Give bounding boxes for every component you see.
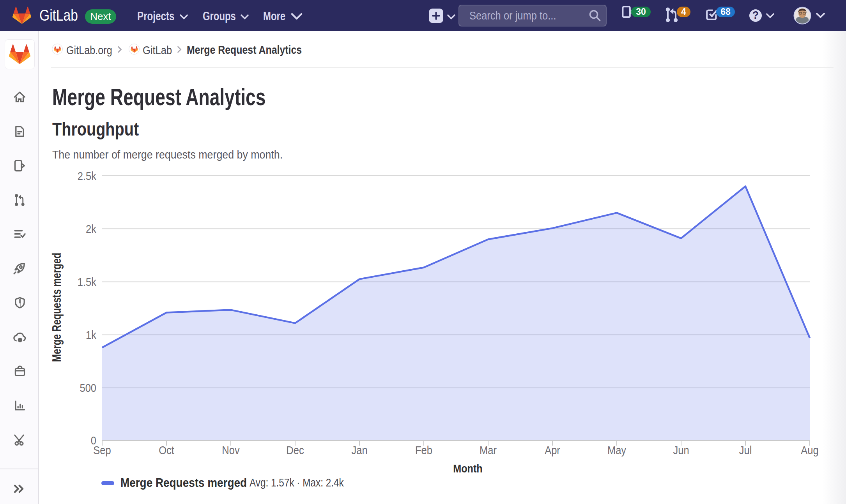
svg-text:2k: 2k: [86, 222, 96, 235]
svg-text:Jun: Jun: [673, 444, 689, 456]
svg-text:Nov: Nov: [222, 444, 240, 456]
svg-text:1k: 1k: [86, 328, 96, 341]
svg-text:Mar: Mar: [480, 444, 497, 456]
svg-text:500: 500: [80, 381, 96, 394]
svg-text:Oct: Oct: [159, 444, 174, 456]
svg-text:Sep: Sep: [93, 444, 111, 456]
svg-text:Avg: 1.57k · Max: 2.4k: Avg: 1.57k · Max: 2.4k: [250, 476, 344, 489]
svg-text:Merge Requests merged: Merge Requests merged: [50, 253, 64, 362]
svg-text:Dec: Dec: [286, 444, 304, 456]
svg-text:Month: Month: [453, 462, 483, 475]
svg-text:2.5k: 2.5k: [78, 169, 97, 182]
svg-text:Apr: Apr: [545, 444, 560, 456]
svg-text:Feb: Feb: [415, 444, 432, 456]
svg-text:Merge Requests merged: Merge Requests merged: [120, 476, 247, 489]
svg-text:May: May: [607, 444, 627, 456]
svg-text:1.5k: 1.5k: [78, 275, 97, 288]
svg-text:Jan: Jan: [351, 444, 367, 456]
svg-text:Jul: Jul: [739, 444, 752, 456]
svg-text:Aug: Aug: [801, 444, 818, 456]
